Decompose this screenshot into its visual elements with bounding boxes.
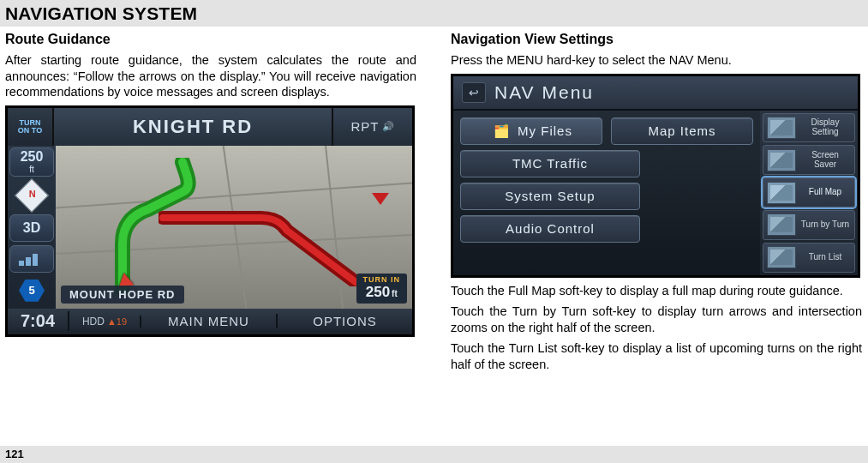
svg-rect-2 xyxy=(33,254,38,266)
thumb-full-map[interactable]: Full Map xyxy=(763,177,855,207)
thumb-full-map-icon xyxy=(767,182,796,204)
subhead-route-guidance: Route Guidance xyxy=(5,32,416,47)
turn-in-unit: ft xyxy=(392,289,398,298)
thumb-display-setting-icon xyxy=(767,117,796,139)
turn-on-to-label: TURN ON TO xyxy=(8,108,54,146)
thumb-turn-by-turn-label: Turn by Turn xyxy=(799,220,851,230)
page-title: NAVIGATION SYSTEM xyxy=(5,3,863,24)
route-number-badge[interactable]: 5 xyxy=(8,274,56,307)
3d-toggle[interactable]: 3D xyxy=(9,214,54,242)
map-sidebar: 250 ft 3D 5 xyxy=(8,146,56,309)
distance-unit: ft xyxy=(29,165,34,174)
tmc-traffic-button[interactable]: TMC Traffic xyxy=(460,150,640,177)
turn-in-value: 250 xyxy=(366,284,390,300)
my-files-label: My Files xyxy=(518,123,572,138)
para-nav-intro: Press the MENU hard-key to select the NA… xyxy=(451,52,862,69)
route-number-value: 5 xyxy=(19,280,45,302)
map-bottom-bar: 7:04 HDD ▲19 MAIN MENU OPTIONS xyxy=(8,309,412,334)
nav-menu-title: NAV Menu xyxy=(494,82,594,103)
map-canvas[interactable]: MOUNT HOPE RD TURN IN 250ft xyxy=(56,146,412,309)
nav-thumbnail-column: Display Setting Screen Saver Full Map Tu… xyxy=(760,111,858,275)
options-button[interactable]: OPTIONS xyxy=(278,314,412,328)
system-setup-button[interactable]: System Setup xyxy=(460,183,640,210)
thumb-turn-by-turn[interactable]: Turn by Turn xyxy=(763,210,855,240)
current-street-label: MOUNT HOPE RD xyxy=(61,286,184,304)
nav-menu-body: 🗂️ My Files Map Items TMC Traffic System… xyxy=(453,111,760,275)
thumb-full-map-label: Full Map xyxy=(799,188,851,197)
hdd-label: HDD xyxy=(82,316,105,328)
para-turn-by-turn: Touch the Turn by Turn soft-key to displ… xyxy=(451,304,862,335)
thumb-display-setting-label: Display Setting xyxy=(799,118,851,136)
rpt-label: RPT xyxy=(351,119,380,134)
turn-in-badge: TURN IN 250ft xyxy=(356,274,408,304)
distance-badge[interactable]: 250 ft xyxy=(9,147,54,177)
road-name: KNIGHT RD xyxy=(54,108,333,146)
turn-label-line2: ON TO xyxy=(18,127,42,135)
thumb-turn-list[interactable]: Turn List xyxy=(763,243,855,273)
repeat-button[interactable]: RPT🔊 xyxy=(333,108,412,146)
thumb-screen-saver-label: Screen Saver xyxy=(799,151,851,169)
header-bar: NAVIGATION SYSTEM xyxy=(0,0,868,27)
svg-rect-0 xyxy=(19,261,24,266)
scale-bars-icon[interactable] xyxy=(9,245,54,273)
back-icon[interactable]: ↩ xyxy=(462,82,486,103)
thumb-screen-saver-icon xyxy=(767,149,796,171)
turn-in-label: TURN IN xyxy=(363,275,401,284)
para-turn-list: Touch the Turn List soft-key to display … xyxy=(451,340,862,372)
sound-icon: 🔊 xyxy=(382,121,395,132)
audio-control-button[interactable]: Audio Control xyxy=(460,215,640,243)
hdd-temp: ▲19 xyxy=(107,316,127,327)
left-column: Route Guidance After starting route guid… xyxy=(5,32,416,377)
thumb-display-setting[interactable]: Display Setting xyxy=(763,113,855,143)
my-files-button[interactable]: 🗂️ My Files xyxy=(460,117,602,145)
main-menu-button[interactable]: MAIN MENU xyxy=(141,314,278,328)
hdd-indicator: HDD ▲19 xyxy=(69,316,141,328)
thumb-turn-list-label: Turn List xyxy=(799,253,851,262)
map-items-button[interactable]: Map Items xyxy=(611,117,753,145)
right-column: Navigation View Settings Press the MENU … xyxy=(451,32,862,377)
screenshot-map-guidance: TURN ON TO KNIGHT RD RPT🔊 250 ft xyxy=(5,105,415,337)
3d-label: 3D xyxy=(23,220,40,236)
compass-icon[interactable] xyxy=(8,178,56,213)
thumb-turn-list-icon xyxy=(767,246,796,268)
subhead-nav-view-settings: Navigation View Settings xyxy=(451,32,862,47)
turn-arrow-icon xyxy=(372,193,389,205)
nav-menu-titlebar: ↩ NAV Menu xyxy=(453,76,858,111)
screenshot-nav-menu: ↩ NAV Menu 🗂️ My Files Map Items TMC Tra… xyxy=(451,74,860,278)
thumb-turn-by-turn-icon xyxy=(767,213,796,236)
distance-value: 250 xyxy=(21,149,44,165)
page-number: 121 xyxy=(0,446,868,463)
my-files-icon: 🗂️ xyxy=(490,123,514,140)
clock-display: 7:04 xyxy=(8,311,69,331)
para-full-map: Touch the Full Map soft-key to display a… xyxy=(451,283,862,299)
para-route-guidance: After starting route guidance, the syste… xyxy=(5,52,416,100)
route-red-path xyxy=(159,183,390,286)
svg-rect-1 xyxy=(26,257,31,266)
thumb-screen-saver[interactable]: Screen Saver xyxy=(763,145,855,175)
